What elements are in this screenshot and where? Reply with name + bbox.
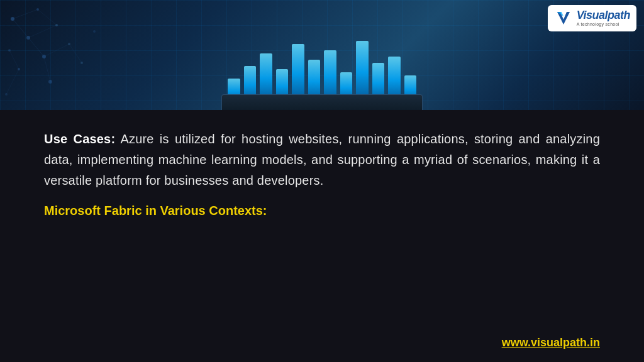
svg-line-15 [28,25,57,38]
v-icon [554,9,573,28]
svg-line-20 [44,44,69,57]
logo-brand: Visualpath [577,9,630,22]
svg-line-12 [13,9,38,19]
svg-marker-22 [557,12,570,25]
svg-point-10 [93,30,96,33]
slide-container: Visualpath A technology school Use Cases… [0,0,644,362]
logo-tagline: A technology school [577,22,630,27]
logo-container: Visualpath A technology school [548,5,636,31]
content-area: Use Cases: Azure is utilized for hosting… [0,110,644,362]
top-banner: Visualpath A technology school [0,0,644,110]
use-cases-text: Azure is utilized for hosting websites, … [44,132,600,187]
website-url[interactable]: www.visualpath.in [44,330,600,349]
use-cases-paragraph: Use Cases: Azure is utilized for hosting… [44,129,600,191]
svg-line-16 [28,38,44,57]
svg-line-13 [13,19,28,38]
svg-line-17 [44,57,50,82]
logo-text-group: Visualpath A technology school [577,9,630,26]
bar-chart-visual [228,28,416,104]
network-bg-svg [0,0,157,110]
use-cases-label: Use Cases: [44,132,115,146]
svg-line-18 [9,50,19,69]
device-shape [221,94,423,110]
section-heading: Microsoft Fabric in Various Contexts: [44,204,600,218]
svg-line-21 [69,44,82,63]
svg-line-19 [6,69,19,94]
svg-line-14 [38,9,57,25]
